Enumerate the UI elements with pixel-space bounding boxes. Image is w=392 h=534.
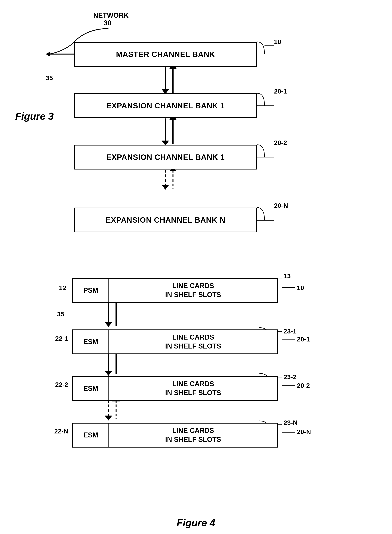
network-number: 30 xyxy=(104,19,111,27)
esm1-row-outer: ESM LINE CARDSIN SHELF SLOTS xyxy=(72,330,278,354)
ref-12: 12 xyxy=(59,284,66,292)
figure-4-label: Figure 4 xyxy=(177,517,215,528)
figure-3-label: Figure 3 xyxy=(15,110,54,122)
esm1-linecards-label: LINE CARDSIN SHELF SLOTS xyxy=(165,333,221,351)
esm1-box: ESM xyxy=(73,330,109,354)
svg-marker-29 xyxy=(105,416,112,421)
esm2-label: ESM xyxy=(83,384,98,392)
esm2-row-outer: ESM LINE CARDSIN SHELF SLOTS xyxy=(72,376,278,401)
svg-marker-13 xyxy=(162,185,169,190)
svg-marker-2 xyxy=(46,52,50,56)
psm-box: PSM xyxy=(73,279,109,302)
master-channel-bank-label: MASTER CHANNEL BANK xyxy=(116,50,215,59)
expansion-bank-1-box: EXPANSION CHANNEL BANK 1 xyxy=(74,93,257,118)
ref-22-2: 22-2 xyxy=(55,381,68,388)
ref-22-n: 22-N xyxy=(54,428,68,435)
ref-10: 10 xyxy=(274,38,281,46)
esm2-linecards-box: LINE CARDSIN SHELF SLOTS xyxy=(109,377,277,400)
expansion-bank-2-box: EXPANSION CHANNEL BANK 1 xyxy=(74,145,257,170)
ref-20-2: 20-2 xyxy=(274,139,287,146)
ref-20-1-fig4: 20-1 xyxy=(297,336,310,343)
network-label: NETWORK xyxy=(93,11,129,19)
svg-marker-20 xyxy=(105,322,112,327)
master-linecards-label: LINE CARDSIN SHELF SLOTS xyxy=(165,281,221,299)
esmN-box: ESM xyxy=(73,424,109,447)
esmN-row-outer: ESM LINE CARDSIN SHELF SLOTS xyxy=(72,423,278,448)
ref-23-2: 23-2 xyxy=(284,373,296,381)
esm2-linecards-label: LINE CARDSIN SHELF SLOTS xyxy=(165,380,221,397)
ref-20-1: 20-1 xyxy=(274,88,287,95)
svg-marker-24 xyxy=(105,371,112,376)
master-linecards-box: LINE CARDSIN SHELF SLOTS xyxy=(109,279,277,302)
figure-4-area: PSM LINE CARDSIN SHELF SLOTS ESM LINE CA… xyxy=(0,267,392,534)
esmN-linecards-box: LINE CARDSIN SHELF SLOTS xyxy=(109,424,277,447)
esmN-linecards-label: LINE CARDSIN SHELF SLOTS xyxy=(165,426,221,444)
expansion-bank-n-box: EXPANSION CHANNEL BANK N xyxy=(74,208,257,232)
esmN-label: ESM xyxy=(83,431,98,439)
diagram-container: NETWORK 30 xyxy=(0,0,392,534)
ref-20-2-fig4: 20-2 xyxy=(297,382,310,389)
expansion-bank-1-label: EXPANSION CHANNEL BANK 1 xyxy=(106,102,225,110)
master-channel-bank-box: MASTER CHANNEL BANK xyxy=(74,42,257,67)
ref-10-fig4: 10 xyxy=(297,284,304,292)
ref-23-1: 23-1 xyxy=(284,328,296,335)
esm1-linecards-box: LINE CARDSIN SHELF SLOTS xyxy=(109,330,277,354)
ref-35-fig3: 35 xyxy=(46,74,53,82)
ref-20-n: 20-N xyxy=(274,202,288,209)
master-row-outer: PSM LINE CARDSIN SHELF SLOTS xyxy=(72,278,278,303)
expansion-bank-n-label: EXPANSION CHANNEL BANK N xyxy=(106,216,225,224)
ref-35-fig4: 35 xyxy=(57,310,64,318)
ref-13: 13 xyxy=(284,272,291,280)
ref-20-n-fig4: 20-N xyxy=(297,428,311,435)
psm-label: PSM xyxy=(83,286,98,294)
ref-22-1: 22-1 xyxy=(55,335,68,342)
expansion-bank-2-label: EXPANSION CHANNEL BANK 1 xyxy=(106,153,225,161)
ref-23-n: 23-N xyxy=(284,419,298,426)
esm1-label: ESM xyxy=(83,338,98,346)
esm2-box: ESM xyxy=(73,377,109,400)
